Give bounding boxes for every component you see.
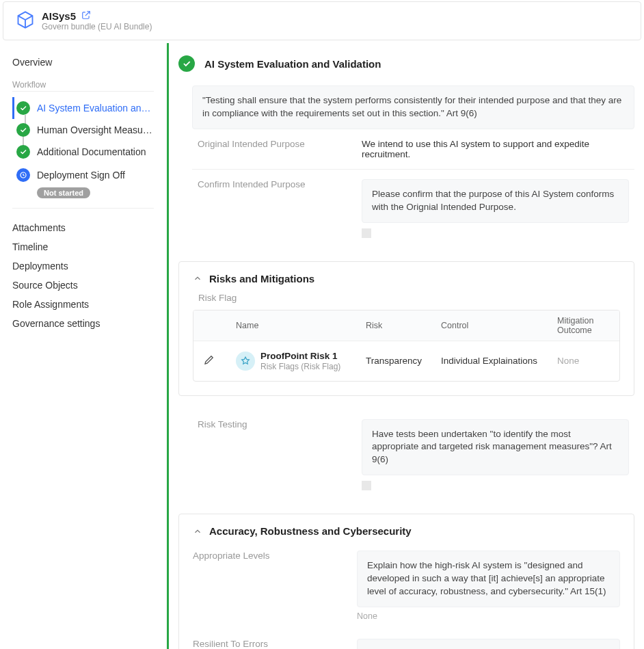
check-circle-icon — [16, 101, 30, 115]
field-value-orig-purpose: We intend to use this AI system to suppo… — [362, 139, 629, 159]
risk-testing-note: Have tests been undertaken "to identify … — [362, 419, 629, 476]
resilient-note: Declare measures taken to ensure that th… — [357, 639, 620, 649]
card-title-risks: Risks and Mitigations — [209, 273, 314, 284]
risk-value: Transparency — [363, 356, 438, 366]
page-header: AISys5 Govern bundle (EU AI Bundle) — [3, 1, 641, 40]
field-label-resilient: Resilient To Errors — [193, 639, 343, 649]
field-label-levels: Appropriate Levels — [193, 551, 343, 621]
table-header: Name Risk Control Mitigation Outcome — [193, 310, 619, 341]
card-accuracy: Accuracy, Robustness and Cybersecurity A… — [178, 514, 634, 649]
field-label-risk-testing: Risk Testing — [198, 419, 348, 491]
risk-table: Name Risk Control Mitigation Outcome — [193, 310, 620, 382]
risk-testing-checkbox[interactable] — [362, 481, 371, 490]
col-control: Control — [438, 321, 554, 330]
check-circle-icon — [16, 123, 30, 137]
status-badge-not-started: Not started — [37, 187, 90, 198]
nav-attachments[interactable]: Attachments — [12, 218, 154, 237]
card-toggle-accuracy[interactable]: Accuracy, Robustness and Cybersecurity — [193, 525, 620, 537]
chevron-up-icon — [193, 274, 202, 283]
edit-icon[interactable] — [203, 354, 215, 368]
card-toggle-risks[interactable]: Risks and Mitigations — [193, 273, 620, 284]
workflow-item-label: Human Oversight Measures — [37, 124, 153, 135]
nav-governance-settings[interactable]: Governance settings — [12, 314, 154, 333]
risk-name: ProofPoint Risk 1 — [260, 351, 340, 361]
workflow-item-evaluation[interactable]: AI System Evaluation and ... — [12, 97, 154, 119]
levels-none: None — [357, 611, 620, 621]
col-name: Name — [233, 321, 363, 330]
main-content: AI System Evaluation and Validation "Tes… — [167, 43, 644, 649]
workflow-item-label: Deployment Sign Off — [37, 170, 125, 181]
workflow-heading: Workflow — [12, 80, 154, 91]
external-link-icon[interactable] — [81, 10, 91, 22]
star-icon — [236, 352, 255, 371]
nav-deployments[interactable]: Deployments — [12, 256, 154, 276]
col-risk: Risk — [363, 321, 438, 330]
divider — [12, 208, 154, 209]
nav-overview[interactable]: Overview — [12, 53, 154, 72]
col-outcome: Mitigation Outcome — [554, 316, 613, 335]
intro-quote: "Testing shall ensure that the system pe… — [192, 85, 634, 129]
section-title: AI System Evaluation and Validation — [204, 58, 381, 70]
divider — [12, 91, 154, 92]
field-label-confirm-purpose: Confirm Intended Purpose — [198, 179, 348, 238]
field-label-orig-purpose: Original Intended Purpose — [198, 139, 348, 159]
outcome-value: None — [554, 356, 613, 366]
confirm-purpose-note: Please confirm that the purpose of this … — [362, 179, 629, 223]
nav-source-objects[interactable]: Source Objects — [12, 276, 154, 295]
workflow-item-label: AI System Evaluation and ... — [37, 103, 153, 114]
workflow-item-signoff[interactable]: Deployment Sign Off — [12, 164, 154, 186]
check-circle-icon — [16, 145, 30, 159]
confirm-purpose-checkbox[interactable] — [362, 228, 371, 238]
workflow-item-docs[interactable]: Additional Documentation — [12, 141, 154, 163]
nav-role-assignments[interactable]: Role Assignments — [12, 295, 154, 314]
sidebar: Overview Workflow AI System Evaluation a… — [0, 43, 167, 649]
risk-sub: Risk Flags (Risk Flag) — [260, 362, 340, 371]
workflow-item-label: Additional Documentation — [37, 146, 146, 157]
workflow-list: AI System Evaluation and ... Human Overs… — [12, 97, 154, 198]
check-circle-icon — [178, 55, 195, 72]
page-subtitle: Govern bundle (EU AI Bundle) — [42, 22, 152, 31]
card-risks: Risks and Mitigations Risk Flag Name Ris… — [178, 261, 634, 396]
levels-note: Explain how the high-risk AI system is "… — [357, 551, 620, 607]
chevron-up-icon — [193, 527, 202, 536]
workflow-item-oversight[interactable]: Human Oversight Measures — [12, 119, 154, 141]
clock-icon — [16, 168, 30, 182]
table-row: ProofPoint Risk 1 Risk Flags (Risk Flag)… — [193, 341, 619, 381]
page-title: AISys5 — [42, 10, 76, 22]
control-value: Individual Explainations — [438, 356, 554, 366]
risk-flag-label: Risk Flag — [198, 293, 620, 303]
card-title-accuracy: Accuracy, Robustness and Cybersecurity — [209, 525, 412, 537]
cube-icon — [16, 10, 35, 29]
nav-timeline[interactable]: Timeline — [12, 237, 154, 256]
